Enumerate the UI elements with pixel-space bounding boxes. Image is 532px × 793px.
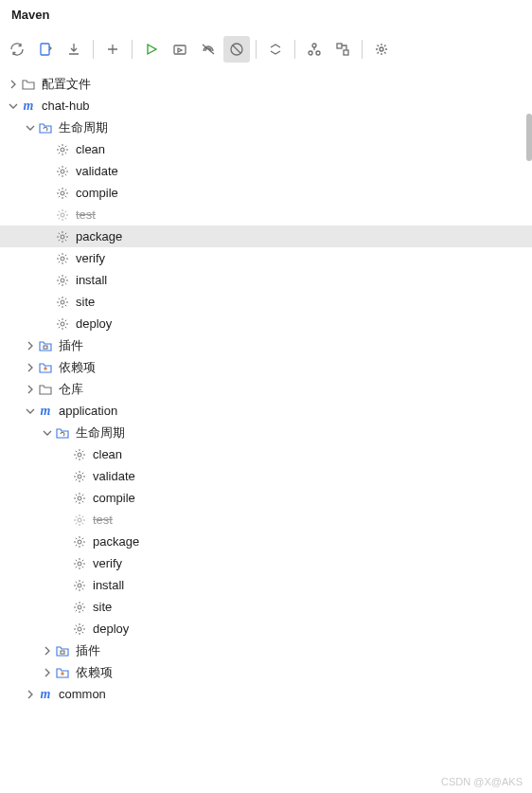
gear-icon xyxy=(55,207,70,223)
svg-point-27 xyxy=(78,627,81,631)
chevron-right-icon xyxy=(23,382,38,397)
chevron-right-icon xyxy=(23,338,38,353)
tree-node-goal-clean[interactable]: clean xyxy=(0,138,532,160)
tree-node-goal-install[interactable]: install xyxy=(0,574,532,596)
chevron-down-icon xyxy=(6,99,21,114)
skip-tests-button[interactable] xyxy=(223,36,250,63)
refresh-button[interactable] xyxy=(4,36,30,63)
svg-point-19 xyxy=(78,453,81,457)
scrollbar[interactable] xyxy=(526,114,532,161)
gear-icon xyxy=(72,578,87,593)
tree-label: 生命周期 xyxy=(59,119,108,136)
gear-icon xyxy=(72,447,87,462)
gear-icon xyxy=(55,142,70,157)
tree-node-goal-package[interactable]: package xyxy=(0,225,532,247)
svg-point-15 xyxy=(61,279,64,282)
tree-node-root[interactable]: m chat-hub xyxy=(0,95,532,117)
gear-icon xyxy=(55,251,70,266)
tree-node-plugins[interactable]: 插件 xyxy=(0,640,532,661)
tree-label: compile xyxy=(93,491,135,505)
tree-node-goal-site[interactable]: site xyxy=(0,596,532,618)
tree-node-repositories[interactable]: 仓库 xyxy=(0,378,532,400)
tree-node-goal-verify[interactable]: verify xyxy=(0,552,532,574)
chevron-spacer xyxy=(57,513,72,528)
svg-rect-18 xyxy=(44,346,47,349)
chevron-down-icon xyxy=(23,120,38,135)
collapse-button[interactable] xyxy=(262,36,289,63)
gear-icon xyxy=(72,556,87,571)
tree-node-goal-site[interactable]: site xyxy=(0,291,532,313)
tree-node-goal-verify[interactable]: verify xyxy=(0,247,532,269)
tree-label: test xyxy=(93,513,113,527)
svg-point-23 xyxy=(78,540,81,544)
gear-icon xyxy=(55,273,70,288)
offline-button[interactable] xyxy=(195,36,222,63)
tree-node-lifecycle[interactable]: 生命周期 xyxy=(0,117,532,138)
svg-point-24 xyxy=(78,562,81,566)
tree-node-goal-validate[interactable]: validate xyxy=(0,465,532,487)
gear-icon xyxy=(55,316,70,332)
folder-icon xyxy=(38,382,53,397)
run-config-button[interactable] xyxy=(167,36,193,63)
tree-node-goal-clean[interactable]: clean xyxy=(0,443,532,465)
svg-point-17 xyxy=(61,322,64,326)
chevron-spacer xyxy=(40,251,55,266)
gear-icon xyxy=(72,491,87,506)
tree-label: verify xyxy=(93,556,122,570)
tree-node-goal-test[interactable]: test xyxy=(0,204,532,225)
tree-node-profiles[interactable]: 配置文件 xyxy=(0,73,532,95)
gear-icon xyxy=(72,469,87,484)
tree-node-module-application[interactable]: m application xyxy=(0,400,532,422)
tree-label: package xyxy=(93,534,139,549)
run-button[interactable] xyxy=(138,36,165,63)
svg-point-14 xyxy=(61,257,64,261)
show-deps-button[interactable] xyxy=(301,36,328,63)
tree-node-goal-install[interactable]: install xyxy=(0,269,532,291)
tree-node-goal-compile[interactable]: compile xyxy=(0,487,532,509)
tree-label: site xyxy=(76,295,95,309)
download-button[interactable] xyxy=(61,36,87,63)
chevron-right-icon xyxy=(23,360,38,375)
settings-button[interactable] xyxy=(368,36,395,63)
svg-point-21 xyxy=(78,496,81,500)
tree-label: 仓库 xyxy=(59,381,83,398)
chevron-right-icon xyxy=(23,687,38,702)
tree-label: site xyxy=(93,600,112,614)
tree-node-goal-test[interactable]: test xyxy=(0,509,532,531)
toolbar-separator xyxy=(256,40,257,59)
tree-label: chat-hub xyxy=(42,99,90,113)
chevron-right-icon xyxy=(40,643,55,658)
tree-node-lifecycle[interactable]: 生命周期 xyxy=(0,422,532,443)
svg-point-25 xyxy=(78,584,81,587)
tree-node-module-common[interactable]: m common xyxy=(0,683,532,705)
tree-label: 配置文件 xyxy=(42,76,91,93)
gear-icon xyxy=(72,534,87,550)
tree-label: install xyxy=(93,578,124,592)
generate-sources-button[interactable] xyxy=(32,36,59,63)
tree-node-goal-deploy[interactable]: deploy xyxy=(0,618,532,640)
toolbar-separator xyxy=(294,40,295,59)
tree-node-dependencies[interactable]: 依赖项 xyxy=(0,661,532,683)
chevron-spacer xyxy=(57,534,72,550)
add-button[interactable] xyxy=(99,36,126,63)
svg-point-10 xyxy=(61,170,64,173)
plugin-folder-icon xyxy=(55,643,70,658)
tree-label: package xyxy=(76,229,122,243)
maven-module-icon: m xyxy=(38,687,53,702)
show-diagram-button[interactable] xyxy=(329,36,356,63)
chevron-right-icon xyxy=(40,665,55,680)
deps-folder-icon xyxy=(38,360,53,375)
folder-icon xyxy=(21,77,36,92)
tree-node-plugins[interactable]: 插件 xyxy=(0,334,532,356)
tree-node-dependencies[interactable]: 依赖项 xyxy=(0,356,532,378)
tree-label: deploy xyxy=(76,316,112,331)
svg-point-20 xyxy=(78,475,81,478)
tree-node-goal-deploy[interactable]: deploy xyxy=(0,313,532,334)
tree-label: validate xyxy=(76,164,118,178)
svg-point-8 xyxy=(380,47,383,51)
svg-rect-6 xyxy=(337,44,342,48)
tree-node-goal-compile[interactable]: compile xyxy=(0,182,532,204)
tree-node-goal-package[interactable]: package xyxy=(0,531,532,552)
tree-node-goal-validate[interactable]: validate xyxy=(0,160,532,182)
chevron-spacer xyxy=(57,600,72,615)
